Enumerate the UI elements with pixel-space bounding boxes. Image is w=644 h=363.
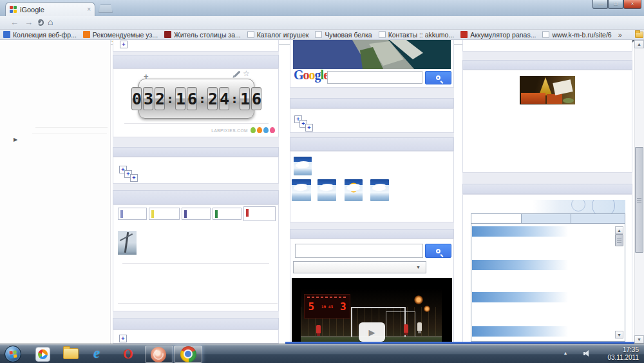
google-search-input[interactable]	[327, 71, 422, 84]
igoogle-left-sidebar: ▶	[0, 40, 111, 344]
drop-icon-blue[interactable]	[263, 127, 269, 133]
video-search-button[interactable]	[425, 244, 451, 258]
tray-expand-icon[interactable]: ▴	[564, 350, 567, 356]
bookmark-favicon	[3, 31, 10, 38]
bookmarks-overflow-icon[interactable]: »	[618, 31, 622, 39]
bookmark-label: Аккумулятор panas...	[470, 31, 536, 39]
bookmark-item[interactable]: Чумовая белка	[315, 31, 372, 39]
list-item-bar[interactable]	[472, 326, 585, 337]
google-logo: G o o g l e	[294, 68, 328, 83]
bookmark-item[interactable]: www.k-m-b.ru/site/6	[542, 31, 611, 39]
video-search-input[interactable]	[295, 244, 423, 258]
news-gadget-header[interactable]	[462, 184, 632, 194]
other-bookmarks-button[interactable]: Другие закладки	[635, 31, 644, 39]
start-button[interactable]	[5, 346, 21, 362]
gadget-header[interactable]	[113, 190, 279, 204]
player-white	[417, 322, 422, 331]
gadget-header[interactable]	[113, 318, 279, 329]
list-item-bar[interactable]	[472, 292, 585, 302]
broken-image-icon: +	[119, 335, 127, 342]
inner-scroll-thumb[interactable]	[615, 234, 623, 246]
tab-close-icon[interactable]: ×	[87, 6, 91, 13]
taskbar-explorer-icon[interactable]	[63, 348, 79, 359]
gadget-partial: +	[113, 40, 279, 52]
new-tab-button[interactable]	[99, 5, 113, 13]
taskbar-opera-icon[interactable]: O	[123, 346, 133, 362]
system-clock[interactable]: 17:35 03.11.2011	[587, 346, 639, 362]
bookmark-item[interactable]: Рекомендуемые уз...	[83, 31, 158, 39]
mini-tab[interactable]	[118, 208, 147, 220]
messenger-icon[interactable]	[151, 347, 166, 362]
gadget-header[interactable]	[290, 98, 454, 108]
play-button[interactable]: ▶	[359, 322, 385, 342]
scrollbar-down-icon[interactable]: ▼	[634, 335, 644, 344]
weather-icon-cloudy[interactable]	[370, 179, 389, 201]
bookmarks-bar: Коллекция веб-фр... Рекомендуемые уз... …	[0, 30, 644, 40]
inner-scroll-down-icon[interactable]: ▼	[615, 331, 623, 338]
bookmark-item[interactable]: Аккумулятор panas...	[460, 31, 536, 39]
maximize-button[interactable]: □	[608, 0, 623, 9]
counter-display: 0 3 2 : 1 6 : 2 4 : 1 6	[138, 79, 254, 119]
mini-tab[interactable]	[182, 208, 211, 220]
mini-tab-active[interactable]	[243, 206, 276, 221]
weather-icon-cloudy[interactable]	[292, 179, 311, 201]
news-tab[interactable]	[571, 213, 625, 224]
video-gadget-header[interactable]	[290, 229, 454, 239]
taskbar-media-player-icon[interactable]	[35, 347, 50, 362]
bookmark-item[interactable]: Контакты :: akkumo...	[379, 31, 455, 39]
scoreboard: 5 19 43 3	[304, 294, 350, 319]
close-button[interactable]: ×	[623, 0, 641, 9]
feed-select[interactable]: ▼	[293, 261, 426, 273]
drop-icon-orange[interactable]	[257, 127, 262, 133]
divider	[124, 123, 269, 124]
browser-tab-igoogle[interactable]: iGoogle ×	[5, 2, 95, 16]
google-search-button[interactable]	[425, 71, 451, 84]
folder-icon	[635, 32, 643, 38]
bookmark-item[interactable]: Житель столицы за...	[164, 31, 241, 39]
mini-tab[interactable]	[149, 208, 180, 220]
counter-digit: 2	[155, 87, 165, 110]
minimize-button[interactable]: —	[592, 0, 608, 9]
video-player[interactable]: 5 19 43 3 ▶	[292, 278, 452, 344]
clock-date: 03.11.2011	[587, 354, 639, 362]
desktop: iGoogle × — □ × ← → ⌂ www.google.ru ★ K …	[0, 0, 644, 363]
player-red	[316, 325, 321, 333]
favorite-star-icon[interactable]: ☆	[243, 69, 250, 78]
news-tab[interactable]	[521, 213, 571, 224]
sidebar-collapse-icon[interactable]: ▶	[14, 137, 17, 142]
list-item-bar[interactable]	[472, 226, 585, 237]
counter-colon: :	[198, 91, 206, 106]
news-tab-active[interactable]	[471, 213, 522, 224]
bookmark-item[interactable]: Коллекция веб-фр...	[3, 31, 77, 39]
scrollbar-thumb[interactable]	[635, 147, 643, 253]
chrome-icon[interactable]	[180, 346, 196, 362]
forward-icon[interactable]: →	[24, 18, 33, 27]
gadget-partial-bottom: +	[113, 329, 279, 344]
bookmark-item[interactable]: Каталог игрушек	[247, 31, 309, 39]
weather-icon-sunny[interactable]	[345, 179, 363, 201]
weather-icon-cloudy[interactable]	[294, 157, 312, 175]
news-thumbnail[interactable]	[118, 231, 137, 255]
inner-scroll-up-icon[interactable]: ▲	[615, 226, 623, 234]
search-icon	[436, 75, 440, 80]
counter-gadget-header[interactable]	[113, 55, 279, 68]
gadget-header[interactable]	[113, 147, 279, 157]
drop-icon-pink[interactable]	[270, 127, 275, 133]
back-icon[interactable]: ←	[10, 18, 19, 27]
home-icon[interactable]: ⌂	[48, 17, 53, 26]
gadget-header[interactable]	[462, 60, 632, 70]
drop-icon-green[interactable]	[251, 127, 256, 133]
windows-taskbar: e O ▴ 17:35 03.11.2011	[0, 344, 644, 363]
weather-icon-cloudy[interactable]	[317, 179, 336, 201]
gadget-partial	[462, 40, 632, 52]
mini-tab[interactable]	[213, 208, 242, 220]
taskbar-internet-explorer-icon[interactable]: e	[93, 346, 100, 361]
counter-digit: 3	[143, 87, 153, 110]
scrollbar-up-icon[interactable]: ▲	[634, 40, 644, 48]
bookmark-favicon	[83, 31, 90, 38]
broken-image-icon: +	[120, 41, 128, 48]
list-item-bar[interactable]	[472, 260, 585, 270]
reload-icon[interactable]	[37, 19, 44, 26]
labpixies-brand[interactable]: LABPIXIES.COM	[184, 128, 248, 133]
weather-gadget-header[interactable]	[290, 137, 454, 151]
